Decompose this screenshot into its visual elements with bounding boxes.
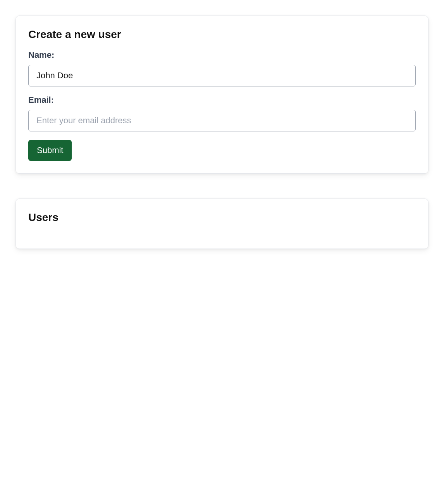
email-label: Email: <box>28 95 416 105</box>
name-input[interactable] <box>28 65 416 86</box>
users-title: Users <box>28 211 416 224</box>
create-user-card: Create a new user Name: Email: Submit <box>15 16 429 174</box>
name-form-group: Name: <box>28 50 416 86</box>
name-label: Name: <box>28 50 416 60</box>
email-form-group: Email: <box>28 95 416 131</box>
email-input[interactable] <box>28 110 416 131</box>
submit-button[interactable]: Submit <box>28 140 72 161</box>
create-user-title: Create a new user <box>28 28 416 41</box>
users-card: Users <box>15 198 429 249</box>
